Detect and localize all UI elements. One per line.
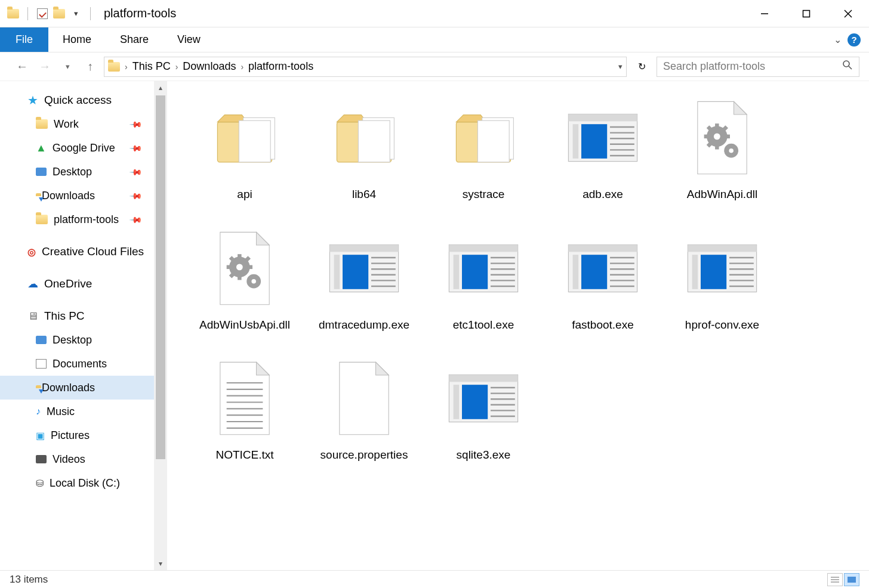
up-button[interactable]: ↑: [81, 58, 99, 76]
folder-icon: [200, 93, 289, 182]
pin-icon: 📌: [129, 212, 143, 226]
sidebar-item[interactable]: platform-tools📌: [0, 208, 154, 231]
sidebar-item[interactable]: ▣Pictures: [0, 423, 154, 447]
sidebar-item[interactable]: ♪Music: [0, 400, 154, 423]
file-item[interactable]: adb.exe: [543, 93, 662, 202]
help-icon[interactable]: ?: [848, 33, 861, 47]
sidebar-item[interactable]: ▲Google Drive📌: [0, 136, 154, 160]
breadcrumb-segment[interactable]: Downloads: [183, 60, 236, 73]
scroll-up-icon[interactable]: ▴: [154, 81, 167, 94]
sidebar-item[interactable]: Downloads: [0, 376, 154, 400]
folder-icon: [319, 93, 409, 182]
file-name: dmtracedump.exe: [319, 318, 409, 333]
tab-view[interactable]: View: [163, 27, 215, 52]
chevron-right-icon[interactable]: ›: [122, 62, 130, 72]
folder-icon: [36, 119, 48, 129]
back-button[interactable]: ←: [13, 58, 31, 76]
recent-locations-button[interactable]: ▾: [58, 58, 76, 76]
file-item[interactable]: AdbWinApi.dll: [662, 93, 782, 202]
desktop-icon: [36, 168, 47, 176]
file-item[interactable]: source.properties: [304, 354, 424, 463]
file-name: hprof-conv.exe: [685, 318, 759, 333]
title-bar: ▾ platform-tools: [0, 0, 869, 27]
sidebar-quick-access[interactable]: ★ Quick access: [0, 88, 154, 112]
search-input[interactable]: Search platform-tools: [657, 57, 859, 77]
file-item[interactable]: lib64: [304, 93, 424, 202]
chevron-right-icon[interactable]: ›: [238, 62, 246, 72]
file-name: adb.exe: [583, 187, 623, 202]
file-list: apilib64systraceadb.exeAdbWinApi.dllAdbW…: [167, 81, 869, 570]
file-item[interactable]: etc1tool.exe: [424, 224, 543, 333]
file-name: fastboot.exe: [572, 318, 634, 333]
breadcrumb-segment[interactable]: This PC: [132, 60, 171, 73]
disk-icon: ⛁: [36, 478, 44, 489]
large-icons-view-button[interactable]: [844, 573, 859, 586]
sidebar-item[interactable]: Desktop: [0, 328, 154, 352]
sidebar-onedrive[interactable]: ☁ OneDrive: [0, 272, 154, 296]
maximize-button[interactable]: [785, 0, 827, 27]
file-item[interactable]: dmtracedump.exe: [304, 224, 424, 333]
pin-icon: 📌: [129, 141, 143, 154]
folder-icon: [7, 8, 19, 20]
file-name: etc1tool.exe: [453, 318, 514, 333]
file-item[interactable]: systrace: [424, 93, 543, 202]
cloud-icon: ☁: [27, 277, 38, 290]
sidebar-scrollbar[interactable]: ▴ ▾: [154, 81, 167, 570]
close-button[interactable]: [827, 0, 869, 27]
sidebar-this-pc[interactable]: 🖥 This PC: [0, 304, 154, 328]
breadcrumb[interactable]: › This PC › Downloads › platform-tools ▾: [104, 57, 627, 77]
file-item[interactable]: sqlite3.exe: [424, 354, 543, 463]
forward-button[interactable]: →: [36, 58, 54, 76]
scroll-down-icon[interactable]: ▾: [154, 557, 167, 570]
blank-icon: [319, 354, 409, 443]
item-count: 13 items: [10, 574, 48, 586]
sidebar-item[interactable]: ⛁Local Disk (C:): [0, 471, 154, 495]
scrollbar-thumb[interactable]: [156, 95, 165, 459]
file-name: api: [237, 187, 252, 202]
file-item[interactable]: api: [185, 93, 304, 202]
properties-icon[interactable]: [36, 8, 48, 20]
sidebar-item[interactable]: Work📌: [0, 112, 154, 136]
dll-icon: [200, 224, 289, 313]
file-name: lib64: [352, 187, 376, 202]
file-item[interactable]: NOTICE.txt: [185, 354, 304, 463]
sidebar-item[interactable]: Downloads📌: [0, 184, 154, 208]
music-icon: ♪: [36, 406, 41, 417]
pin-icon: 📌: [129, 188, 143, 202]
svg-rect-1: [803, 10, 810, 17]
status-bar: 13 items: [0, 570, 869, 588]
svg-rect-9: [848, 577, 856, 583]
tab-file[interactable]: File: [0, 27, 48, 52]
exe-icon: [677, 224, 767, 313]
file-item[interactable]: fastboot.exe: [543, 224, 662, 333]
breadcrumb-segment[interactable]: platform-tools: [248, 60, 313, 73]
ribbon-expand-icon[interactable]: ⌄: [834, 34, 842, 45]
address-bar-row: ← → ▾ ↑ › This PC › Downloads › platform…: [0, 52, 869, 81]
folder-icon[interactable]: [53, 8, 65, 20]
file-name: sqlite3.exe: [457, 448, 511, 463]
txt-icon: [200, 354, 289, 443]
sidebar-creative-cloud[interactable]: ◎ Creative Cloud Files: [0, 240, 154, 264]
sidebar-item[interactable]: Documents: [0, 352, 154, 376]
file-item[interactable]: hprof-conv.exe: [662, 224, 782, 333]
pin-icon: 📌: [129, 117, 143, 131]
file-name: AdbWinUsbApi.dll: [199, 318, 290, 333]
videos-icon: [36, 455, 47, 463]
file-name: systrace: [463, 187, 505, 202]
refresh-button[interactable]: ↻: [631, 57, 652, 77]
sidebar-item[interactable]: Videos: [0, 447, 154, 471]
minimize-button[interactable]: [744, 0, 785, 27]
navigation-pane: ★ Quick access Work📌▲Google Drive📌Deskto…: [0, 81, 167, 570]
sidebar-item[interactable]: Desktop📌: [0, 160, 154, 184]
exe-icon: [558, 224, 648, 313]
tab-home[interactable]: Home: [48, 27, 106, 52]
chevron-down-icon[interactable]: ▾: [70, 8, 82, 20]
tab-share[interactable]: Share: [106, 27, 163, 52]
file-item[interactable]: AdbWinUsbApi.dll: [185, 224, 304, 333]
chevron-right-icon[interactable]: ›: [173, 62, 181, 72]
svg-line-5: [849, 66, 852, 69]
chevron-down-icon[interactable]: ▾: [618, 62, 623, 71]
exe-icon: [558, 93, 648, 182]
file-name: AdbWinApi.dll: [687, 187, 757, 202]
details-view-button[interactable]: [827, 573, 843, 586]
